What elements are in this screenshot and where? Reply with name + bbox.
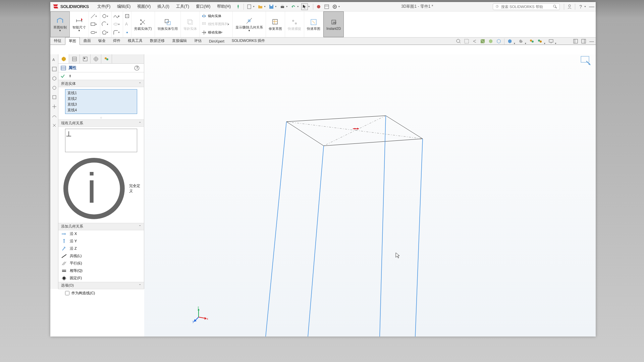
viewport[interactable]: z x y: [144, 54, 596, 337]
save-icon[interactable]: [268, 3, 275, 10]
minimize-icon[interactable]: —: [588, 3, 595, 10]
rebuild-icon[interactable]: [315, 3, 322, 10]
exit-sketch-icon[interactable]: [580, 55, 593, 68]
rail-icon-1[interactable]: A: [52, 57, 57, 62]
rail-icon-7[interactable]: [52, 113, 57, 119]
repair-button[interactable]: 修复草图: [266, 11, 285, 37]
menu-help[interactable]: 帮助(H): [214, 4, 234, 9]
help-icon[interactable]: ?: [577, 3, 584, 10]
smart-dimension-button[interactable]: 智能尺寸 ▼: [70, 11, 89, 37]
display-style-icon[interactable]: [495, 38, 502, 45]
rail-icon-5[interactable]: [52, 95, 57, 100]
apply-scene-icon[interactable]: [529, 38, 535, 45]
existing-relations-box[interactable]: [65, 129, 137, 152]
section-selected-entities[interactable]: 所选实体 ⌃: [58, 80, 144, 87]
menu-insert[interactable]: 插入(I): [154, 4, 172, 9]
section-options[interactable]: 选项(O) ⌃: [58, 282, 144, 289]
entity-item[interactable]: 直线2: [66, 96, 136, 102]
relation-along-x[interactable]: 沿 X: [58, 230, 144, 238]
minimize-view-icon[interactable]: —: [588, 38, 595, 45]
rapid-sketch-button[interactable]: 快速草图: [304, 11, 323, 37]
pin-icon[interactable]: [235, 3, 241, 10]
polygon-tool[interactable]: ▼: [102, 29, 110, 36]
help-search-input[interactable]: [501, 5, 553, 9]
tab-sketch[interactable]: 草图: [65, 37, 80, 45]
rail-icon-6[interactable]: [52, 104, 57, 109]
tab-features[interactable]: 特征: [50, 37, 65, 45]
relation-collinear[interactable]: 共线(L): [58, 252, 144, 260]
entity-item[interactable]: 直线1: [66, 90, 136, 96]
options-icon[interactable]: [323, 3, 330, 10]
undo-icon[interactable]: [290, 3, 297, 10]
tab-datamigration[interactable]: 数据迁移: [146, 37, 168, 45]
model-view[interactable]: [144, 54, 596, 337]
section-view-icon[interactable]: [479, 38, 486, 45]
ellipse-tool[interactable]: ▼: [113, 20, 121, 28]
new-file-icon[interactable]: [246, 3, 253, 10]
help-icon[interactable]: ?: [134, 65, 140, 71]
menu-file[interactable]: 文件(F): [94, 4, 114, 9]
view-triad[interactable]: z x y: [193, 306, 209, 324]
section-add-relations[interactable]: 添加几何关系 ⌃: [58, 223, 144, 230]
mirror-tool[interactable]: 镜向实体: [201, 12, 231, 20]
relation-equal[interactable]: 相等(Q): [58, 267, 144, 275]
relation-along-z[interactable]: 沿 Z: [58, 245, 144, 252]
construction-option[interactable]: 作为构造线(C): [58, 289, 144, 297]
screen-icon[interactable]: [548, 38, 554, 45]
relation-along-y[interactable]: 沿 Y: [58, 238, 144, 245]
open-file-icon[interactable]: [257, 3, 264, 10]
split-panel-icon[interactable]: [580, 38, 587, 45]
print-icon[interactable]: [279, 3, 286, 10]
section-existing-relations[interactable]: 现有几何关系 ⌃: [58, 119, 144, 127]
search-icon[interactable]: [553, 4, 557, 9]
tab-weldments[interactable]: 焊件: [109, 37, 124, 45]
panel-tab-config[interactable]: [69, 54, 80, 63]
spline-tool[interactable]: ▼: [113, 12, 121, 20]
tab-dimxpert[interactable]: DimXpert: [205, 38, 228, 45]
slot-tool[interactable]: ▼: [90, 29, 99, 36]
zoom-area-icon[interactable]: [463, 38, 470, 45]
circle-tool[interactable]: ▼: [102, 12, 110, 20]
tab-surfaces[interactable]: 曲面: [80, 37, 95, 45]
zoom-fit-icon[interactable]: [455, 38, 462, 45]
entity-selection-list[interactable]: 直线1 直线2 直线3 直线4: [65, 89, 137, 114]
construction-checkbox[interactable]: [65, 291, 69, 295]
move-tool[interactable]: 移动实体▼: [201, 29, 231, 36]
help-search[interactable]: ?: [493, 3, 560, 10]
trim-button[interactable]: 剪裁实体(T): [131, 11, 155, 37]
pushpin-icon[interactable]: [68, 74, 72, 78]
point-tool[interactable]: [124, 12, 130, 20]
sketch-button[interactable]: 草图绘制 ▼: [50, 11, 70, 37]
plane-tool[interactable]: [124, 29, 130, 36]
relation-fix[interactable]: 固定(F): [58, 275, 144, 282]
panel-tab-appearance[interactable]: [101, 54, 112, 63]
instant2d-button[interactable]: 2D Instant2D: [323, 11, 344, 37]
relation-parallel[interactable]: 平行(E): [58, 260, 144, 267]
tab-mold[interactable]: 模具工具: [124, 37, 146, 45]
rail-icon-4[interactable]: [52, 85, 57, 90]
rail-icon-3[interactable]: [52, 76, 57, 81]
select-icon[interactable]: [301, 3, 308, 10]
view-orient-icon[interactable]: [487, 38, 494, 45]
panel-tab-display[interactable]: [80, 54, 91, 63]
tab-directedit[interactable]: 直接编辑: [168, 37, 191, 45]
menu-tools[interactable]: 工具(T): [173, 4, 193, 9]
display-relations-button[interactable]: 显示/删除几何关系 ▼: [233, 11, 266, 37]
panel-tab-dimxpert[interactable]: [91, 54, 101, 63]
user-icon[interactable]: [566, 3, 573, 10]
rectangle-tool[interactable]: ▼: [90, 20, 99, 28]
panel-tab-feature[interactable]: [58, 54, 69, 63]
tab-addins[interactable]: SOLIDWORKS 插件: [228, 37, 269, 45]
edit-appearance-icon[interactable]: [518, 38, 524, 45]
menu-edit[interactable]: 编辑(E): [114, 4, 134, 9]
view-settings-icon[interactable]: [537, 38, 543, 45]
hide-show-icon[interactable]: [506, 38, 513, 45]
rail-icon-2[interactable]: [52, 66, 57, 72]
fillet-tool[interactable]: ▼: [113, 29, 121, 36]
menu-view[interactable]: 视图(V): [134, 4, 154, 9]
text-tool[interactable]: A: [124, 20, 130, 28]
settings-icon[interactable]: [331, 3, 338, 10]
tab-evaluate[interactable]: 评估: [191, 37, 205, 45]
entity-item[interactable]: 直线3: [66, 102, 136, 107]
menu-window[interactable]: 窗口(W): [193, 4, 214, 9]
